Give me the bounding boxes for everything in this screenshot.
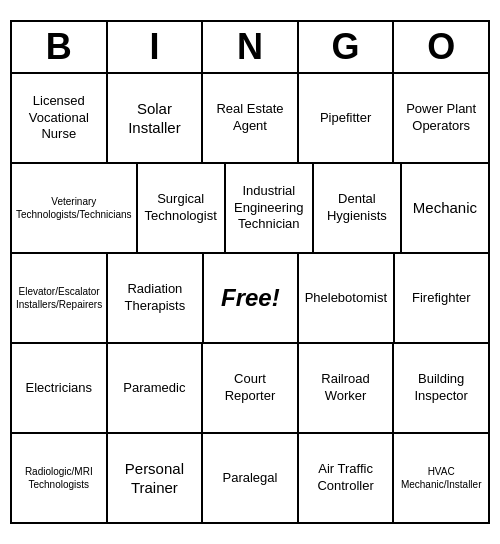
bingo-cell-3-2: Court Reporter [203, 344, 299, 432]
bingo-row-2: Elevator/Escalator Installers/RepairersR… [12, 254, 488, 344]
bingo-cell-2-1: Radiation Therapists [108, 254, 203, 342]
bingo-cell-0-0: Licensed Vocational Nurse [12, 74, 108, 162]
bingo-cell-2-3: Phelebotomist [299, 254, 394, 342]
bingo-row-3: ElectriciansParamedicCourt ReporterRailr… [12, 344, 488, 434]
bingo-cell-1-3: Dental Hygienists [314, 164, 402, 252]
bingo-cell-1-1: Surgical Technologist [138, 164, 226, 252]
bingo-cell-2-2: Free! [204, 254, 299, 342]
bingo-row-4: Radiologic/MRI TechnologistsPersonal Tra… [12, 434, 488, 522]
bingo-cell-2-0: Elevator/Escalator Installers/Repairers [12, 254, 108, 342]
bingo-cell-3-1: Paramedic [108, 344, 204, 432]
bingo-cell-4-1: Personal Trainer [108, 434, 204, 522]
header-letter-b: B [12, 22, 108, 72]
header-letter-o: O [394, 22, 488, 72]
bingo-cell-1-0: Veterinary Technologists/Technicians [12, 164, 138, 252]
bingo-cell-3-0: Electricians [12, 344, 108, 432]
header-letter-n: N [203, 22, 299, 72]
bingo-row-1: Veterinary Technologists/TechniciansSurg… [12, 164, 488, 254]
header-letter-i: I [108, 22, 204, 72]
bingo-cell-0-1: Solar Installer [108, 74, 204, 162]
bingo-cell-1-2: Industrial Engineering Technician [226, 164, 314, 252]
bingo-cell-0-4: Power Plant Operators [394, 74, 488, 162]
bingo-cell-3-4: Building Inspector [394, 344, 488, 432]
bingo-cell-4-0: Radiologic/MRI Technologists [12, 434, 108, 522]
bingo-cell-1-4: Mechanic [402, 164, 488, 252]
bingo-header: BINGO [12, 22, 488, 74]
bingo-cell-4-3: Air Traffic Controller [299, 434, 395, 522]
bingo-row-0: Licensed Vocational NurseSolar Installer… [12, 74, 488, 164]
bingo-grid: Licensed Vocational NurseSolar Installer… [12, 74, 488, 522]
bingo-cell-0-2: Real Estate Agent [203, 74, 299, 162]
bingo-cell-0-3: Pipefitter [299, 74, 395, 162]
header-letter-g: G [299, 22, 395, 72]
bingo-card: BINGO Licensed Vocational NurseSolar Ins… [10, 20, 490, 524]
bingo-cell-4-2: Paralegal [203, 434, 299, 522]
bingo-cell-3-3: Railroad Worker [299, 344, 395, 432]
bingo-cell-2-4: Firefighter [395, 254, 488, 342]
bingo-cell-4-4: HVAC Mechanic/Installer [394, 434, 488, 522]
